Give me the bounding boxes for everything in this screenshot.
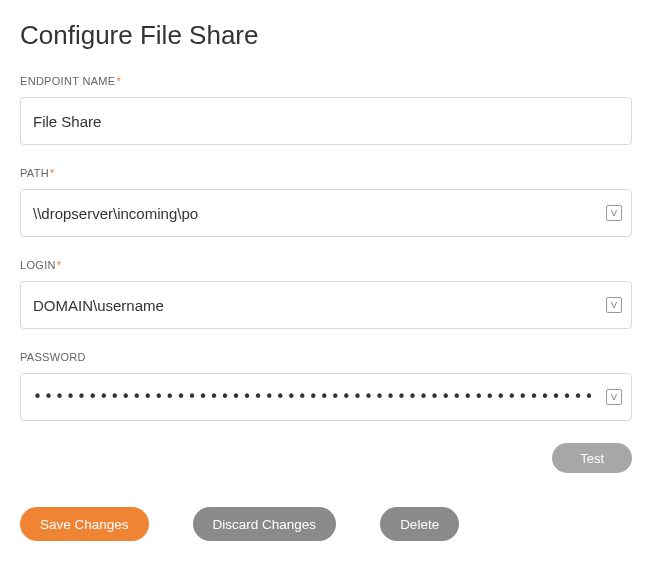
discard-button[interactable]: Discard Changes [193,507,337,541]
field-password: PASSWORD V [20,351,632,421]
variable-icon[interactable]: V [606,297,622,313]
input-wrap: V [20,373,632,421]
password-input[interactable] [20,373,632,421]
path-input[interactable] [20,189,632,237]
input-wrap [20,97,632,145]
required-indicator: * [57,259,62,271]
input-wrap: V [20,281,632,329]
test-button-row: Test [20,443,632,473]
required-indicator: * [50,167,55,179]
input-wrap: V [20,189,632,237]
action-button-row: Save Changes Discard Changes Delete [20,507,632,541]
delete-button[interactable]: Delete [380,507,459,541]
save-button[interactable]: Save Changes [20,507,149,541]
field-path: PATH* V [20,167,632,237]
label-text: LOGIN [20,259,56,271]
label-text: PATH [20,167,49,179]
login-label: LOGIN* [20,259,632,271]
endpoint-name-label: ENDPOINT NAME* [20,75,632,87]
required-indicator: * [116,75,121,87]
field-endpoint-name: ENDPOINT NAME* [20,75,632,145]
endpoint-name-input[interactable] [20,97,632,145]
field-login: LOGIN* V [20,259,632,329]
path-label: PATH* [20,167,632,179]
password-label: PASSWORD [20,351,632,363]
test-button[interactable]: Test [552,443,632,473]
page-title: Configure File Share [20,20,632,51]
label-text: ENDPOINT NAME [20,75,115,87]
login-input[interactable] [20,281,632,329]
variable-icon[interactable]: V [606,205,622,221]
label-text: PASSWORD [20,351,86,363]
variable-icon[interactable]: V [606,389,622,405]
